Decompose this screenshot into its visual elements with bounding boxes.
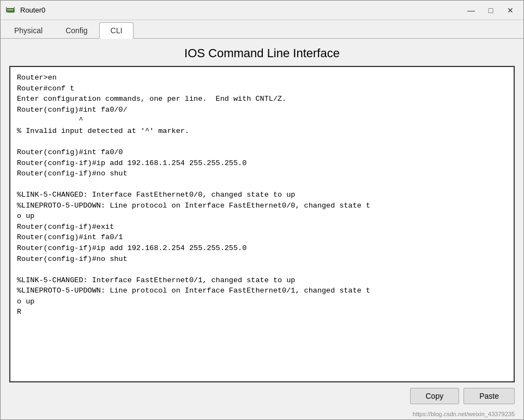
router-icon bbox=[5, 5, 16, 16]
bottom-bar: Copy Paste bbox=[1, 382, 523, 410]
page-title: IOS Command Line Interface bbox=[1, 39, 523, 66]
svg-rect-3 bbox=[10, 9, 11, 10]
svg-rect-2 bbox=[9, 9, 10, 10]
tab-config[interactable]: Config bbox=[54, 22, 99, 38]
window-title: Router0 bbox=[20, 6, 462, 14]
maximize-button[interactable]: □ bbox=[482, 4, 499, 17]
svg-rect-7 bbox=[14, 7, 15, 9]
copy-button[interactable]: Copy bbox=[410, 388, 460, 404]
main-window: Router0 — □ ✕ Physical Config CLI IOS Co… bbox=[0, 0, 524, 420]
svg-rect-4 bbox=[12, 9, 13, 10]
cli-output[interactable]: Router>en Router#conf t Enter configurat… bbox=[10, 67, 514, 381]
title-bar: Router0 — □ ✕ bbox=[1, 1, 523, 20]
paste-button[interactable]: Paste bbox=[463, 388, 515, 404]
cli-area: Router>en Router#conf t Enter configurat… bbox=[9, 66, 515, 382]
tab-physical[interactable]: Physical bbox=[3, 22, 54, 38]
tab-cli[interactable]: CLI bbox=[99, 22, 134, 39]
svg-rect-6 bbox=[6, 7, 7, 9]
watermark: https://blog.csdn.net/weixin_43379235 bbox=[1, 410, 523, 419]
svg-rect-1 bbox=[8, 9, 9, 10]
svg-point-5 bbox=[7, 11, 8, 13]
close-button[interactable]: ✕ bbox=[502, 4, 519, 17]
window-controls: — □ ✕ bbox=[462, 4, 519, 17]
minimize-button[interactable]: — bbox=[462, 4, 480, 17]
tab-bar: Physical Config CLI bbox=[1, 20, 523, 39]
